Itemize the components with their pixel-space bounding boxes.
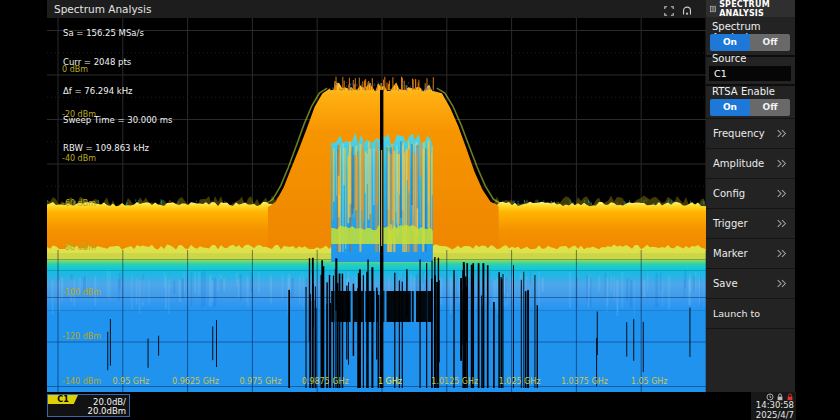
svg-text:0.9875 GHz: 0.9875 GHz [302,377,349,386]
status-cluster: 14:30:58 2025/4/7 [751,392,796,420]
submenu-arrow-icon [776,249,788,258]
info-points: Curr = 2048 pts [63,58,172,68]
expand-icon[interactable] [664,6,674,16]
spectrum-settings-panel: SPECTRUM ANALYSIS Spectrum Analysis On O… [706,0,795,392]
channel-name-tag: C1 [48,395,78,404]
info-delta-f: Δf = 76.294 kHz [63,87,172,97]
source-select[interactable]: C1 [709,66,791,81]
oscilloscope-screen: Spectrum Analysis 0 dBm-20 dBm-40 dBm-60… [0,0,840,420]
rtsa-on-button[interactable]: On [710,99,750,116]
svg-text:1.025 GHz: 1.025 GHz [499,377,541,386]
svg-text:-80 dBm: -80 dBm [62,243,96,252]
panel-menu-icon [710,5,716,13]
submenu-arrow-icon [776,219,788,228]
panel-title: SPECTRUM ANALYSIS [719,0,795,18]
acquisition-info: Sa = 156.25 MSa/s Curr = 2048 pts Δf = 7… [63,10,172,173]
svg-text:-140 dBm: -140 dBm [62,377,101,386]
svg-text:-100 dBm: -100 dBm [62,288,101,297]
svg-text:1 GHz: 1 GHz [378,377,402,386]
svg-text:1.0125 GHz: 1.0125 GHz [431,377,478,386]
svg-text:1.05 GHz: 1.05 GHz [631,377,668,386]
rtsa-off-button[interactable]: Off [750,99,790,116]
panel-header[interactable]: SPECTRUM ANALYSIS [706,0,795,17]
channel-c1-badge[interactable]: C1 20.0dB/ 20.0dBm [47,394,130,417]
svg-text:0.9625 GHz: 0.9625 GHz [172,377,219,386]
rtsa-enable-toggle: On Off [710,99,790,116]
spectrum-analysis-off-button[interactable]: Off [750,34,790,51]
source-label: Source [712,53,746,64]
info-rbw: RBW = 109.863 kHz [63,144,172,154]
svg-text:1.0375 GHz: 1.0375 GHz [561,377,608,386]
rtsa-enable-label: RTSA Enable [712,86,775,97]
submenu-arrow-icon [776,279,788,288]
pin-icon[interactable] [682,6,692,16]
panel-empty-area [706,328,795,392]
submenu-arrow-icon [776,159,788,168]
menu-item-config[interactable]: Config [706,178,795,208]
menu-item-trigger[interactable]: Trigger [706,208,795,238]
info-sample-rate: Sa = 156.25 MSa/s [63,29,172,39]
svg-text:-120 dBm: -120 dBm [62,332,101,341]
spectrum-analysis-toggle: On Off [710,34,790,51]
submenu-arrow-icon [776,129,788,138]
svg-text:0.95 GHz: 0.95 GHz [112,377,149,386]
menu-item-marker[interactable]: Marker [706,238,795,268]
info-sweep-time: Sweep Time = 30.000 ms [63,116,172,126]
status-date: 2025/4/7 [751,411,794,420]
channel-offset: 20.0dBm [88,407,126,416]
launch-to-sigvsa-button[interactable]: Launch to SigVSA [706,298,795,328]
menu-item-amplitude[interactable]: Amplitude [706,148,795,178]
menu-item-save[interactable]: Save [706,268,795,298]
menu-item-frequency[interactable]: Frequency [706,118,795,148]
spectrum-analysis-on-button[interactable]: On [710,34,750,51]
spectrum-window: Spectrum Analysis 0 dBm-20 dBm-40 dBm-60… [47,0,706,392]
svg-text:0.975 GHz: 0.975 GHz [239,377,281,386]
svg-text:-60 dBm: -60 dBm [62,199,96,208]
submenu-arrow-icon [776,189,788,198]
